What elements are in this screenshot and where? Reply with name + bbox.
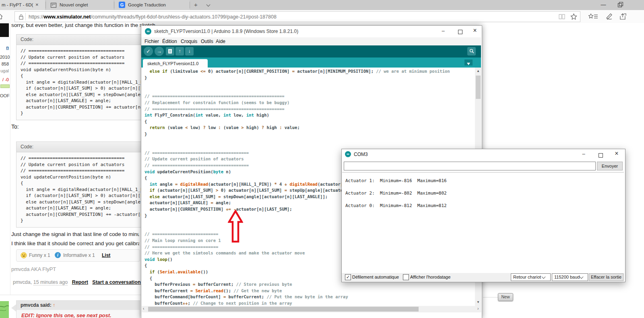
upload-button[interactable]: → (155, 47, 164, 56)
reactions-bar: Funny x 1 i Informative x 1 List (16, 249, 140, 262)
tab-label: m - FlyPT - 6D( (2, 2, 35, 7)
open-sketch-button[interactable]: ↑ (175, 47, 184, 55)
tab-label: Nouvel onglet (60, 2, 108, 7)
timestamp-checkbox[interactable] (403, 274, 409, 280)
report-link[interactable]: Report (72, 279, 88, 285)
serial-output-lines: Actuator 1: Minimum=-816 Maximum=816 Act… (342, 172, 624, 209)
meta-author[interactable]: pmvcda, (13, 279, 32, 285)
arduino-title-bar[interactable]: ∞ sketch_FLYPTversion11.0 | Arduino 1.8.… (141, 26, 481, 37)
serial-minimize-button[interactable]: – (578, 151, 590, 157)
tab-google-traduction[interactable]: G Google Traduction (115, 0, 190, 10)
arduino-tab-strip: sketch_FLYPTversion11.0 (141, 57, 481, 68)
code-block-fixed: Code: // ===============================… (16, 142, 146, 228)
new-tab-page-icon (50, 2, 57, 8)
sidebar-username-fragment[interactable]: n (0, 45, 9, 50)
code-block-body[interactable]: // ====================================/… (17, 45, 145, 119)
scroll-right-icon[interactable]: › (477, 306, 479, 311)
browser-address-bar-row: https://www.xsimulator.net/community/thr… (0, 10, 644, 23)
post-paragraph-2: I think like that it should be correct a… (11, 240, 139, 246)
code-block-original: Code: // ===============================… (16, 34, 146, 120)
editor-hscrollbar[interactable]: ‹ › (142, 306, 481, 312)
sidebar-rating-bar (0, 84, 10, 88)
serial-monitor-window: ∞ COM3 – × Envoyer Actuator 1: Minimum=-… (341, 149, 625, 282)
share-icon[interactable] (619, 13, 627, 21)
tab-label: Google Traduction (128, 2, 184, 7)
to-label: To: (11, 123, 19, 130)
serial-close-button[interactable]: × (611, 150, 623, 157)
url-field[interactable]: https://www.xsimulator.net/community/thr… (14, 11, 580, 22)
sketch-tab[interactable]: sketch_FLYPTversion11.0 (143, 59, 208, 68)
autoscroll-label: Défilement automatique (352, 275, 399, 279)
tab-separator (190, 2, 190, 8)
google-translate-icon: G (119, 2, 125, 8)
hub-favorites-icon[interactable] (588, 13, 598, 20)
menu-edition[interactable]: Édition (162, 39, 177, 44)
avatar-green-art (0, 301, 9, 318)
sidebar-location-fragment: ugal (0, 68, 9, 73)
tab-separator (114, 2, 114, 8)
informative-icon: i (55, 252, 61, 258)
scroll-left-icon[interactable]: ‹ (143, 306, 144, 311)
new-sketch-button[interactable] (166, 47, 174, 55)
tab-flypt-thread[interactable]: m - FlyPT - 6D( × (0, 0, 45, 10)
quote-block[interactable]: pmvcda said: ↑ EDIT: Ignore this one, se… (16, 300, 140, 318)
browser-minimize-button[interactable]: — (597, 0, 610, 10)
autoscroll-checkbox[interactable]: ✓ (345, 274, 351, 280)
serial-title-bar[interactable]: ∞ COM3 – × (342, 149, 624, 160)
arduino-close-button[interactable]: × (469, 27, 481, 34)
new-posts-badge[interactable]: New (498, 293, 513, 301)
serial-monitor-button[interactable] (467, 47, 476, 55)
reaction-list-link[interactable]: List (102, 252, 110, 258)
serial-maximize-button[interactable] (594, 152, 607, 159)
restore-icon (618, 3, 622, 7)
avatar-green[interactable] (0, 301, 9, 318)
url-scheme: https:// (29, 14, 44, 20)
meta-timestamp[interactable]: 15 minutes ago (33, 279, 68, 285)
funny-emoji-icon (21, 252, 27, 259)
tab-menu-button[interactable] (464, 59, 473, 66)
clear-output-button[interactable]: Effacer la sortie (589, 273, 623, 281)
verify-button[interactable]: ✓ (144, 47, 153, 56)
quote-header-text: pmvcda said: (21, 302, 52, 308)
send-button[interactable]: Envoyer (597, 162, 623, 170)
quote-jump-arrow[interactable]: ↑ (53, 302, 55, 308)
annotation-arrow-up (228, 210, 243, 243)
vscrollbar-thumb[interactable] (476, 76, 481, 99)
avatar[interactable] (0, 23, 9, 37)
sidebar-joined: 2010 (0, 55, 9, 59)
funny-reaction-label[interactable]: Funny x 1 (29, 252, 50, 258)
serial-output[interactable]: Actuator 1: Minimum=-816 Maximum=816 Act… (342, 172, 624, 273)
reading-view-icon[interactable] (558, 14, 566, 20)
new-tab-button[interactable]: + (194, 1, 198, 8)
tab-close-icon[interactable]: × (35, 2, 39, 8)
quote-body: EDIT: Ignore this one, see next post. (17, 310, 140, 318)
post-separator (0, 295, 141, 295)
sidebar-ratio-fragment: / -0 (0, 77, 9, 82)
quote-header: pmvcda said: ↑ (17, 301, 140, 310)
tab-list-chevron-icon[interactable] (206, 3, 211, 7)
arduino-maximize-button[interactable] (454, 29, 466, 36)
scroll-up-icon[interactable]: ▲ (475, 68, 481, 73)
arduino-toolbar: ✓ → ↑ ↓ (141, 45, 481, 57)
scroll-down-icon[interactable]: ▼ (475, 300, 481, 304)
menu-croquis[interactable]: Croquis (181, 39, 197, 44)
save-sketch-button[interactable]: ↓ (185, 47, 194, 55)
quote-bubble-pointer (11, 304, 16, 312)
ink-pen-icon[interactable] (605, 13, 613, 21)
sidebar-rig-fragment: OOF (0, 93, 9, 98)
serial-bottom-bar: ✓ Défilement automatique Afficher l'horo… (342, 273, 624, 281)
home-icon[interactable] (0, 13, 3, 20)
arduino-minimize-button[interactable]: – (437, 28, 449, 34)
code-block-body[interactable]: // ====================================/… (17, 152, 145, 227)
menu-aide[interactable]: Aide (216, 39, 225, 44)
hscrollbar-thumb[interactable] (148, 307, 419, 312)
menu-outils[interactable]: Outils (201, 39, 213, 44)
informative-reaction-label[interactable]: Informative x 1 (63, 252, 95, 258)
tab-nouvel-onglet[interactable]: Nouvel onglet (46, 0, 114, 10)
screen: m - FlyPT - 6D( × Nouvel onglet G Google… (0, 0, 644, 318)
browser-restore-button[interactable] (613, 0, 626, 10)
favorite-star-icon[interactable] (570, 13, 577, 20)
arduino-window-title: sketch_FLYPTversion11.0 | Arduino 1.8.9 … (154, 29, 298, 34)
serial-send-input[interactable] (344, 162, 596, 170)
menu-fichier[interactable]: Fichier (144, 39, 159, 44)
